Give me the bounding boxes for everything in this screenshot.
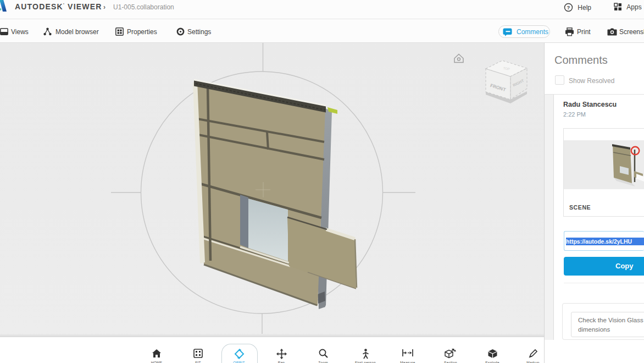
svg-text:?: ? — [567, 4, 570, 10]
